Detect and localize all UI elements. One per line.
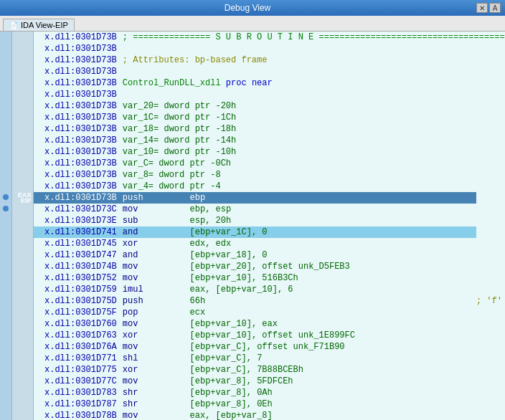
table-row[interactable]: x.dll:0301D73Bvar_8= dword ptr -8 bbox=[0, 169, 505, 181]
dot-col bbox=[33, 330, 42, 341]
row-gutter bbox=[0, 318, 11, 330]
dot-col bbox=[33, 376, 42, 387]
row-operand: esp, 20h bbox=[190, 215, 476, 226]
table-row[interactable]: x.dll:0301D73B; =============== S U B R … bbox=[0, 32, 505, 43]
row-mnemonic: xor bbox=[123, 238, 190, 249]
table-row[interactable]: x.dll:0301D78Bmoveax, [ebp+var_8] bbox=[0, 410, 505, 420]
dot-col bbox=[33, 226, 42, 238]
table-row[interactable]: x.dll:0301D760mov[ebp+var_10], eax bbox=[0, 318, 505, 330]
table-row[interactable]: x.dll:0301D77Cmov[ebp+var_8], 5FDFCEh bbox=[0, 376, 505, 387]
table-row[interactable]: x.dll:0301D73B bbox=[0, 66, 505, 77]
table-row[interactable]: x.dll:0301D73Bvar_18= dword ptr -18h bbox=[0, 123, 505, 135]
dot-col bbox=[33, 169, 42, 181]
row-operand: edx, edx bbox=[190, 238, 476, 249]
table-row[interactable]: x.dll:0301D759imuleax, [ebp+var_10], 6 bbox=[0, 284, 505, 295]
table-row[interactable]: x.dll:0301D747and[ebp+var_18], 0 bbox=[0, 249, 505, 261]
register-label bbox=[11, 215, 33, 226]
row-operand: [ebp+var_10], offset unk_1E899FC bbox=[190, 330, 476, 341]
dot-col bbox=[33, 112, 42, 123]
table-row[interactable]: x.dll:0301D73Bvar_4= dword ptr -4 bbox=[0, 181, 505, 192]
dot-col bbox=[33, 307, 42, 318]
row-mnemonic: mov bbox=[123, 272, 190, 284]
row-blank bbox=[123, 43, 505, 54]
table-row[interactable]: x.dll:0301D763xor[ebp+var_10], offset un… bbox=[0, 330, 505, 341]
table-row[interactable]: x.dll:0301D73Cmovebp, esp bbox=[0, 204, 505, 215]
row-gutter bbox=[0, 341, 11, 353]
row-mnemonic: shl bbox=[123, 353, 190, 364]
dot-col bbox=[33, 123, 42, 135]
dot-col bbox=[33, 387, 42, 398]
table-row[interactable]: x.dll:0301D75Fpopecx bbox=[0, 307, 505, 318]
pin-button[interactable]: A bbox=[489, 3, 501, 13]
row-gutter bbox=[0, 181, 11, 192]
table-row[interactable]: x.dll:0301D741and[ebp+var_1C], 0 bbox=[0, 226, 505, 238]
register-label bbox=[11, 89, 33, 100]
row-operand: 66h bbox=[190, 295, 476, 307]
register-label bbox=[11, 54, 33, 66]
row-operand: [ebp+var_8], 0Eh bbox=[190, 398, 476, 410]
row-gutter bbox=[0, 376, 11, 387]
table-row[interactable]: x.dll:0301D745xoredx, edx bbox=[0, 238, 505, 249]
dot-col bbox=[33, 43, 42, 54]
table-row[interactable]: x.dll:0301D73BControl_RunDLL_xdll proc n… bbox=[0, 77, 505, 89]
row-mnemonic: mov bbox=[123, 204, 190, 215]
row-gutter bbox=[0, 169, 11, 181]
table-row[interactable]: x.dll:0301D73Bvar_C= dword ptr -0Ch bbox=[0, 158, 505, 169]
table-row[interactable]: x.dll:0301D771shl[ebp+var_C], 7 bbox=[0, 353, 505, 364]
dot-col bbox=[33, 135, 42, 146]
row-address: x.dll:0301D77C bbox=[42, 376, 123, 387]
window-title: Debug View bbox=[19, 3, 476, 13]
row-address: x.dll:0301D73B bbox=[42, 66, 123, 77]
row-mnemonic: mov bbox=[123, 318, 190, 330]
row-mnemonic: and bbox=[123, 226, 190, 238]
register-label bbox=[11, 158, 33, 169]
row-address: x.dll:0301D73B bbox=[42, 192, 123, 204]
table-row[interactable]: x.dll:0301D74Bmov[ebp+var_20], offset un… bbox=[0, 261, 505, 272]
row-gutter bbox=[0, 353, 11, 364]
table-row[interactable]: x.dll:0301D76Amov[ebp+var_C], offset unk… bbox=[0, 341, 505, 353]
row-mnemonic: and bbox=[123, 249, 190, 261]
table-row[interactable]: x.dll:0301D73Bvar_14= dword ptr -14h bbox=[0, 135, 505, 146]
close-button[interactable]: ✕ bbox=[476, 3, 488, 13]
table-row[interactable]: x.dll:0301D787shr[ebp+var_8], 0Eh bbox=[0, 398, 505, 410]
table-row[interactable]: x.dll:0301D775xor[ebp+var_C], 7B88BCEBh bbox=[0, 364, 505, 376]
table-row[interactable]: x.dll:0301D73B bbox=[0, 89, 505, 100]
row-operand: [ebp+var_18], 0 bbox=[190, 249, 476, 261]
register-label bbox=[11, 77, 33, 89]
register-label bbox=[11, 272, 33, 284]
row-operand: [ebp+var_1C], 0 bbox=[190, 226, 476, 238]
register-label bbox=[11, 135, 33, 146]
row-address: x.dll:0301D75D bbox=[42, 295, 123, 307]
table-row[interactable]: x.dll:0301D73Bvar_20= dword ptr -20h bbox=[0, 100, 505, 112]
table-row[interactable]: x.dll:0301D73B bbox=[0, 43, 505, 54]
dot-col bbox=[33, 32, 42, 43]
table-row[interactable]: x.dll:0301D73Bvar_1C= dword ptr -1Ch bbox=[0, 112, 505, 123]
row-gutter bbox=[0, 284, 11, 295]
register-label bbox=[11, 261, 33, 272]
row-mnemonic: mov bbox=[123, 341, 190, 353]
title-bar-buttons[interactable]: ✕ A bbox=[476, 3, 501, 13]
row-address: x.dll:0301D747 bbox=[42, 249, 123, 261]
dot-col bbox=[33, 192, 42, 204]
register-label bbox=[11, 226, 33, 238]
table-row[interactable]: x.dll:0301D73Esubesp, 20h bbox=[0, 215, 505, 226]
dot-col bbox=[33, 398, 42, 410]
table-row[interactable]: x.dll:0301D73Bvar_10= dword ptr -10h bbox=[0, 146, 505, 158]
table-row[interactable]: x.dll:0301D783shr[ebp+var_8], 0Ah bbox=[0, 387, 505, 398]
table-row[interactable]: x.dll:0301D752mov[ebp+var_10], 516B3Ch bbox=[0, 272, 505, 284]
table-row[interactable]: EAX EIPx.dll:0301D73Bpushebp bbox=[0, 192, 505, 204]
row-operand: ecx bbox=[190, 307, 476, 318]
code-view[interactable]: x.dll:0301D73B; =============== S U B R … bbox=[0, 32, 505, 420]
breakpoint-dot bbox=[3, 206, 9, 211]
dot-col bbox=[33, 204, 42, 215]
table-row[interactable]: x.dll:0301D73B; Attributes: bp-based fra… bbox=[0, 54, 505, 66]
table-row[interactable]: x.dll:0301D75Dpush66h; 'f' bbox=[0, 295, 505, 307]
row-mnemonic: pop bbox=[123, 307, 190, 318]
row-address: x.dll:0301D763 bbox=[42, 330, 123, 341]
ida-view-tab[interactable]: 📄 IDA View-EIP bbox=[3, 19, 75, 31]
code-table: x.dll:0301D73B; =============== S U B R … bbox=[0, 32, 505, 420]
row-address: x.dll:0301D752 bbox=[42, 272, 123, 284]
row-gutter bbox=[0, 43, 11, 54]
row-address: x.dll:0301D73C bbox=[42, 204, 123, 215]
row-address: x.dll:0301D73B bbox=[42, 123, 123, 135]
